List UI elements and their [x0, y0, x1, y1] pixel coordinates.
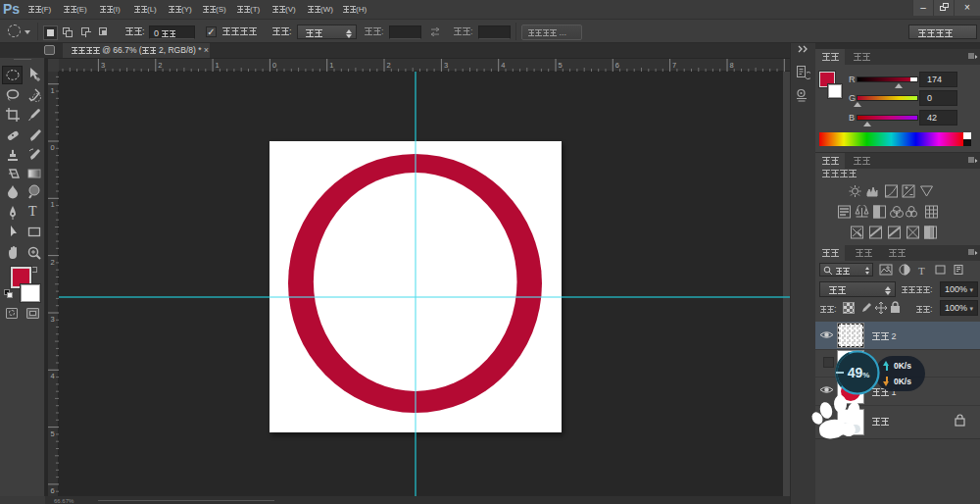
svg-text:3: 3 — [51, 315, 55, 324]
svg-text:T: T — [918, 265, 925, 277]
svg-text:6: 6 — [615, 61, 619, 70]
svg-text:2: 2 — [387, 61, 391, 70]
svg-text:6: 6 — [51, 486, 55, 495]
svg-text:4: 4 — [501, 61, 505, 70]
svg-text:4: 4 — [51, 372, 55, 380]
svg-text:7: 7 — [672, 61, 676, 70]
svg-text:2: 2 — [158, 61, 162, 70]
svg-text:3: 3 — [444, 61, 448, 70]
svg-text:1: 1 — [51, 86, 55, 95]
svg-text:8: 8 — [730, 61, 734, 70]
svg-text:0: 0 — [51, 143, 55, 152]
svg-text:2: 2 — [51, 258, 55, 267]
svg-text:5: 5 — [51, 429, 55, 438]
svg-text:1: 1 — [216, 61, 220, 70]
svg-text:3: 3 — [101, 61, 105, 70]
svg-text:1: 1 — [51, 200, 55, 209]
svg-text:0: 0 — [272, 61, 276, 70]
svg-text:5: 5 — [559, 61, 563, 70]
svg-text:1: 1 — [329, 61, 333, 70]
